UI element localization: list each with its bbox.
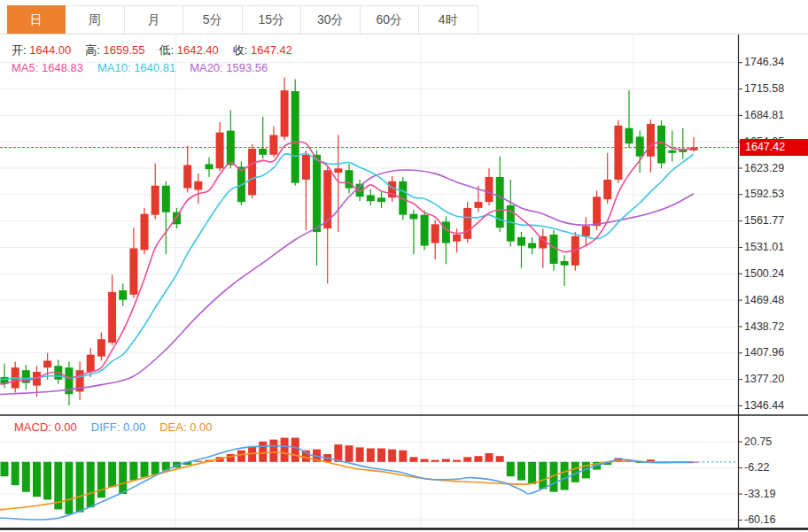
kline-chart-app: 日周月5分15分30分60分4时 开: 1644.00高: 1659.55低: … (0, 0, 808, 532)
ma20-line (0, 170, 694, 395)
tabbar-underline (0, 34, 808, 35)
tab-interval-4[interactable]: 5分 (183, 5, 243, 34)
last-price-badge: 1647.42 (740, 139, 808, 156)
tab-interval-3[interactable]: 月 (125, 5, 184, 34)
macd-panel-layer (0, 438, 738, 520)
tab-interval-1[interactable]: 日 (7, 5, 66, 34)
tab-interval-5[interactable]: 15分 (243, 5, 302, 34)
tab-interval-7[interactable]: 60分 (361, 5, 420, 34)
tab-interval-2[interactable]: 周 (66, 5, 125, 34)
tab-interval-8[interactable]: 4时 (419, 5, 478, 34)
candlestick-chart-canvas[interactable] (0, 0, 808, 532)
tab-interval-6[interactable]: 30分 (301, 5, 361, 34)
last-price-value: 1647.42 (745, 141, 785, 153)
